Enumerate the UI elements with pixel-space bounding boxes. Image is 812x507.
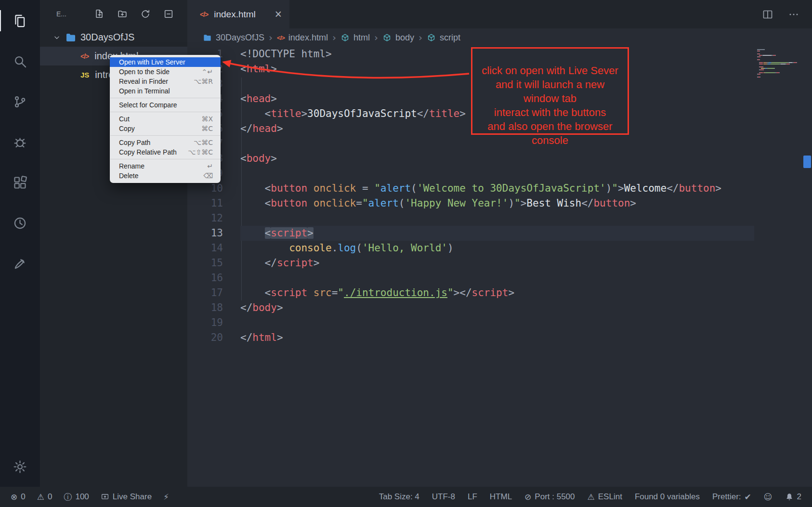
menu-item-label: Cut [119, 115, 130, 123]
activity-search[interactable] [0, 41, 40, 81]
activity-explorer[interactable] [0, 0, 40, 41]
new-file-icon[interactable] [94, 9, 105, 19]
bell-icon [785, 493, 794, 501]
status-label: 100 [75, 492, 89, 502]
status-errors[interactable]: ⊗0 [11, 492, 26, 502]
line-number-11: 11 [187, 196, 240, 211]
status-language-mode[interactable]: HTML [490, 492, 512, 502]
status-eol[interactable]: LF [468, 492, 477, 502]
menu-item-label: Reveal in Finder [119, 78, 168, 85]
status-live-share[interactable]: Live Share [101, 492, 152, 502]
menu-item-open-to-the-side[interactable]: Open to the Side⌃↵ [110, 67, 221, 77]
refresh-icon[interactable] [140, 9, 151, 19]
menu-item-shortcut: ⌘C [201, 125, 213, 132]
annotation-box: click on open with Live Sever and it wil… [471, 47, 629, 135]
code-file-icon: </> [80, 52, 89, 60]
activity-source-control[interactable] [0, 81, 40, 122]
status-notifications[interactable]: 2 [785, 492, 801, 502]
chevron-down-icon [52, 33, 61, 42]
code-line-13[interactable]: <script> [240, 226, 754, 241]
tab-label: index.html [214, 9, 256, 20]
breadcrumb-separator: › [269, 32, 273, 43]
code-line-19[interactable] [240, 315, 754, 330]
status-label: HTML [490, 492, 512, 502]
breadcrumb-index-html[interactable]: </>index.html [277, 33, 328, 43]
activity-run-debug[interactable] [0, 122, 40, 162]
more-actions-icon[interactable] [788, 9, 799, 20]
activity-clock[interactable] [0, 203, 40, 243]
menu-item-reveal-in-finder[interactable]: Reveal in Finder⌥⌘R [110, 77, 221, 86]
breadcrumb-body[interactable]: body [382, 33, 414, 43]
breadcrumb-script[interactable]: script [427, 33, 460, 43]
status-feedback[interactable]: ☺ [764, 492, 773, 502]
line-number-18: 18 [187, 300, 240, 315]
collapse-all-icon[interactable] [163, 9, 174, 19]
symbol-tag-icon [341, 33, 350, 42]
check-icon: ✔ [745, 492, 751, 502]
menu-item-open-in-terminal[interactable]: Open in Terminal [110, 86, 221, 96]
menu-item-shortcut: ⌥⌘R [194, 78, 213, 85]
code-line-12[interactable] [240, 211, 754, 226]
code-line-9[interactable] [240, 166, 754, 181]
menu-item-open-with-live-server[interactable]: Open with Live Server [110, 57, 221, 67]
status-encoding[interactable]: UTF-8 [432, 492, 455, 502]
activity-pen[interactable] [0, 243, 40, 284]
status-quick-action[interactable]: ⚡ [163, 492, 169, 502]
status-variables[interactable]: Found 0 variables [635, 492, 700, 502]
annotation-text: click on open with Live Sever and it wil… [472, 64, 628, 147]
new-folder-icon[interactable] [117, 9, 128, 19]
activity-bar-bottom [0, 446, 40, 487]
breadcrumb-30daysofjs[interactable]: 30DaysOfJS [203, 33, 264, 43]
line-number-10: 10 [187, 181, 240, 196]
breadcrumb-label: 30DaysOfJS [216, 33, 264, 43]
menu-item-copy-relative-path[interactable]: Copy Relative Path⌥⇧⌘C [110, 147, 221, 157]
code-line-11[interactable]: <button onclick="alert('Happy New Year!'… [240, 196, 754, 211]
breadcrumb-label: body [395, 33, 414, 43]
activity-extensions[interactable] [0, 162, 40, 203]
html-file-icon: </> [200, 11, 208, 18]
activity-settings[interactable] [0, 446, 40, 487]
menu-item-copy[interactable]: Copy⌘C [110, 124, 221, 133]
status-eslint[interactable]: ⚠ESLint [588, 492, 622, 502]
status-tab-size[interactable]: Tab Size: 4 [379, 492, 419, 502]
code-line-20[interactable]: </html> [240, 330, 754, 345]
breadcrumb-html[interactable]: html [341, 33, 370, 43]
minimap[interactable] [757, 49, 801, 78]
menu-item-label: Delete [119, 172, 138, 180]
tree-folder-30daysofjs[interactable]: 30DaysOfJS [40, 28, 187, 47]
code-line-18[interactable]: </body> [240, 300, 754, 315]
smiley-icon: ☺ [764, 492, 773, 502]
tab-index-html[interactable]: </> index.html × [187, 0, 289, 28]
menu-item-shortcut: ⌘X [201, 115, 213, 123]
breadcrumb: 30DaysOfJS›</>index.html›html›body›scrip… [187, 28, 812, 47]
status-label: UTF-8 [432, 492, 455, 502]
code-line-17[interactable]: <script src="./introduction.js"></script… [240, 286, 754, 300]
js-file-icon: JS [80, 71, 89, 79]
status-label: 2 [797, 492, 801, 502]
code-line-10[interactable]: <button onclick = "alert('Welcome to 30D… [240, 181, 754, 196]
line-number-12: 12 [187, 211, 240, 226]
code-line-15[interactable]: </script> [240, 256, 754, 271]
menu-item-select-for-compare[interactable]: Select for Compare [110, 100, 221, 110]
menu-item-delete[interactable]: Delete⌫ [110, 171, 221, 181]
status-warnings[interactable]: ⚠0 [37, 492, 52, 502]
close-tab-icon[interactable]: × [275, 8, 282, 20]
breadcrumb-label: index.html [288, 33, 328, 43]
split-editor-icon[interactable] [762, 9, 773, 20]
line-number-16: 16 [187, 271, 240, 286]
menu-item-label: Open to the Side [119, 68, 170, 76]
status-live-server-port[interactable]: ⊘Port : 5500 [524, 492, 575, 502]
overview-ruler-marker[interactable] [803, 156, 811, 168]
blocked-icon: ⊘ [524, 492, 531, 502]
menu-item-cut[interactable]: Cut⌘X [110, 114, 221, 124]
code-line-14[interactable]: console.log('Hello, World') [240, 241, 754, 256]
code-line-16[interactable] [240, 271, 754, 286]
status-info[interactable]: ⓘ100 [64, 492, 89, 503]
menu-item-rename[interactable]: Rename↵ [110, 161, 221, 171]
status-label: ESLint [598, 492, 622, 502]
status-prettier[interactable]: Prettier:✔ [712, 492, 751, 502]
menu-item-copy-path[interactable]: Copy Path⌥⌘C [110, 138, 221, 147]
menu-item-label: Copy Path [119, 139, 150, 146]
status-label: Prettier: [712, 492, 741, 502]
menu-item-shortcut: ⌥⇧⌘C [188, 148, 213, 156]
